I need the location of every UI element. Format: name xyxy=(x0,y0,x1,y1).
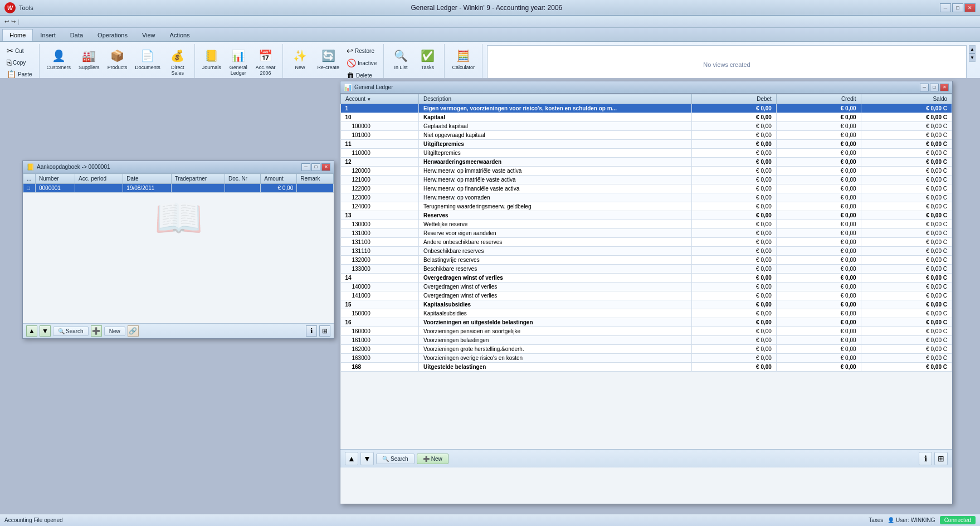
in-list-button[interactable]: 🔍 In List xyxy=(388,45,413,72)
table-row[interactable]: 13 Reserves € 0,00 € 0,00 € 0,00 C xyxy=(341,211,952,220)
products-button[interactable]: 📦 Products xyxy=(105,45,130,72)
table-row[interactable]: 14 Overgedragen winst of verlies € 0,00 … xyxy=(341,274,952,283)
table-row[interactable]: 150000 Kapitaalsubsidies € 0,00 € 0,00 €… xyxy=(341,309,952,318)
table-row[interactable]: 12 Herwaarderingsmeerwaarden € 0,00 € 0,… xyxy=(341,158,952,167)
col-credit-header[interactable]: Credit xyxy=(776,94,861,104)
table-row[interactable]: 120000 Herw.meerw. op immatriële vaste a… xyxy=(341,167,952,176)
table-row[interactable]: 10 Kapitaal € 0,00 € 0,00 € 0,00 C xyxy=(341,113,952,122)
qa-redo[interactable]: ↪ xyxy=(11,18,16,25)
views-scroll-down[interactable]: ▼ xyxy=(969,53,975,61)
table-row[interactable]: 163000 Voorzieningen overige risico's en… xyxy=(341,354,952,363)
table-row[interactable]: 121000 Herw.meerw. op matriële vaste act… xyxy=(341,176,952,184)
cell-account: 163000 xyxy=(341,354,419,363)
table-row[interactable]: 15 Kapitaalsubsidies € 0,00 € 0,00 € 0,0… xyxy=(341,300,952,309)
new-button[interactable]: ✨ New xyxy=(287,45,312,72)
minimize-button[interactable]: ─ xyxy=(940,3,951,12)
journals-button[interactable]: 📒 Journals xyxy=(199,45,224,72)
app-logo[interactable]: W xyxy=(4,2,16,13)
qa-undo[interactable]: ↩ xyxy=(4,18,9,25)
table-row[interactable]: 1 Eigen vermogen, voorzieningen voor ris… xyxy=(341,104,952,113)
dagboek-restore-button[interactable]: □ xyxy=(311,163,320,171)
customers-button[interactable]: 👤 Customers xyxy=(44,45,74,72)
cell-doc-nr xyxy=(225,184,261,193)
gl-close-button[interactable]: ✕ xyxy=(940,84,949,91)
tab-actions[interactable]: Actions xyxy=(163,29,197,41)
cut-icon: ✂ xyxy=(7,46,13,55)
gl-minimize-button[interactable]: ─ xyxy=(920,84,929,91)
gl-new-button[interactable]: ➕ New xyxy=(417,454,448,464)
table-row[interactable]: 162000 Voorzieningen grote herstelling.&… xyxy=(341,345,952,354)
documents-button[interactable]: 📄 Documents xyxy=(132,45,163,72)
col-debet-header[interactable]: Debet xyxy=(692,94,777,104)
table-row[interactable]: 124000 Terugneming waarderingsmeerw. gel… xyxy=(341,202,952,211)
dagboek-minimize-button[interactable]: ─ xyxy=(301,163,310,171)
table-row[interactable]: 168 Uitgestelde belastingen € 0,00 € 0,0… xyxy=(341,363,952,372)
cell-credit: € 0,00 xyxy=(776,167,861,176)
table-row[interactable]: 16 Voorzieningen en uitgestelde belastin… xyxy=(341,318,952,327)
dagboek-link-button[interactable]: 🔗 xyxy=(128,325,139,337)
dagboek-scroll-down-button[interactable]: ▼ xyxy=(40,325,51,337)
dagboek-title-icon: 📒 xyxy=(26,163,35,171)
col-description-header[interactable]: Description xyxy=(419,94,692,104)
table-row[interactable]: 132000 Belastingvrije reserves € 0,00 € … xyxy=(341,256,952,265)
qa-separator: | xyxy=(18,18,19,25)
gl-restore-button[interactable]: □ xyxy=(930,84,939,91)
copy-button[interactable]: ⎘ Copy xyxy=(4,57,35,68)
tools-menu[interactable]: Tools xyxy=(19,4,33,11)
gl-table-container[interactable]: Account Description Debet Credit Saldo 1… xyxy=(340,94,952,449)
table-row[interactable]: 133000 Beschikbare reserves € 0,00 € 0,0… xyxy=(341,265,952,274)
col-saldo-header[interactable]: Saldo xyxy=(861,94,952,104)
tab-operations[interactable]: Operations xyxy=(90,29,135,41)
table-row[interactable]: 131100 Andere onbeschikbare reserves € 0… xyxy=(341,238,952,247)
gl-expand-button[interactable]: ⊞ xyxy=(934,452,948,465)
tab-view[interactable]: View xyxy=(135,29,163,41)
calculator-button[interactable]: 🧮 Calculator xyxy=(449,45,477,72)
cell-debet: € 0,00 xyxy=(692,220,777,229)
gl-scroll-up-button[interactable]: ▲ xyxy=(345,452,358,465)
table-row[interactable]: 160000 Voorzieningen pensioen en soortge… xyxy=(341,327,952,336)
cut-button[interactable]: ✂ Cut xyxy=(4,45,35,56)
recreate-button[interactable]: 🔄 Re-create xyxy=(314,45,342,72)
dagboek-info-button[interactable]: ℹ xyxy=(306,325,317,337)
table-row[interactable]: 101000 Niet opgevraagd kapitaal € 0,00 €… xyxy=(341,131,952,140)
taxes-label[interactable]: Taxes xyxy=(869,517,883,523)
dagboek-new-button[interactable]: New xyxy=(104,327,125,336)
dagboek-close-button[interactable]: ✕ xyxy=(321,163,330,171)
general-ledger-button[interactable]: 📊 General Ledger xyxy=(226,45,251,77)
suppliers-button[interactable]: 🏭 Suppliers xyxy=(76,45,103,72)
inactive-button[interactable]: 🚫 Inactive xyxy=(344,57,379,69)
table-row[interactable]: 140000 Overgedragen winst of verlies € 0… xyxy=(341,283,952,291)
table-row[interactable]: 131110 Onbeschikbare reserves € 0,00 € 0… xyxy=(341,247,952,256)
gl-scroll-down-button[interactable]: ▼ xyxy=(360,452,374,465)
cell-debet: € 0,00 xyxy=(692,247,777,256)
table-row[interactable]: 11 Uitgiftepremies € 0,00 € 0,00 € 0,00 … xyxy=(341,140,952,149)
direct-sales-button[interactable]: 💰 Direct Sales xyxy=(165,45,190,77)
dagboek-add-button[interactable]: ➕ xyxy=(91,325,102,337)
acc-year-button[interactable]: 📅 Acc.Year 2006 xyxy=(253,45,279,77)
table-row[interactable]: □ 0000001 19/08/2011 € 0,00 xyxy=(23,184,334,193)
maximize-button[interactable]: □ xyxy=(952,3,963,12)
close-button[interactable]: ✕ xyxy=(964,3,976,12)
table-row[interactable]: 131000 Reserve voor eigen aandelen € 0,0… xyxy=(341,229,952,238)
table-row[interactable]: 110000 Uitgiftepremies € 0,00 € 0,00 € 0… xyxy=(341,149,952,158)
dagboek-scroll-up-button[interactable]: ▲ xyxy=(26,325,37,337)
restore-button[interactable]: ↩ Restore xyxy=(344,45,379,56)
table-row[interactable]: 130000 Wettelijke reserve € 0,00 € 0,00 … xyxy=(341,220,952,229)
views-scroll-up[interactable]: ▲ xyxy=(969,46,975,53)
table-row[interactable]: 141000 Overgedragen winst of verlies € 0… xyxy=(341,291,952,300)
general-ledger-icon: 📊 xyxy=(230,47,247,65)
col-acc-period: Acc. period xyxy=(75,174,123,184)
dagboek-expand-button[interactable]: ⊞ xyxy=(319,325,330,337)
gl-info-button[interactable]: ℹ xyxy=(919,452,932,465)
tab-insert[interactable]: Insert xyxy=(33,29,63,41)
table-row[interactable]: 122000 Herw.meerw. op financiële vaste a… xyxy=(341,184,952,193)
table-row[interactable]: 100000 Geplaatst kapitaal € 0,00 € 0,00 … xyxy=(341,122,952,131)
table-row[interactable]: 123000 Herw.meerw. op voorraden € 0,00 €… xyxy=(341,193,952,202)
tab-data[interactable]: Data xyxy=(63,29,90,41)
tab-home[interactable]: Home xyxy=(2,29,33,41)
dagboek-search-button[interactable]: 🔍 Search xyxy=(53,327,89,336)
table-row[interactable]: 161000 Voorzieningen belastingen € 0,00 … xyxy=(341,336,952,345)
col-account-header[interactable]: Account xyxy=(341,94,419,104)
gl-search-button[interactable]: 🔍 Search xyxy=(376,454,415,464)
tasks-button[interactable]: ✅ Tasks xyxy=(415,45,440,72)
